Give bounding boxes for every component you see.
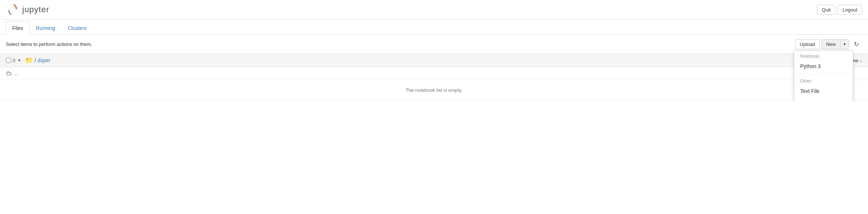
dropdown-item-textfile[interactable]: Text File (794, 85, 853, 97)
dropdown-item-python3[interactable]: Python 3 (794, 60, 853, 72)
toolbar-right: Upload New ↻ Notebook: Python 3 Other: T… (795, 39, 862, 50)
tab-files[interactable]: Files (6, 21, 30, 35)
dropdown-arrow-icon[interactable]: ▾ (18, 58, 20, 63)
new-dropdown-menu: Notebook: Python 3 Other: Text File Fold… (794, 50, 853, 101)
toolbar: Select items to perform actions on them.… (0, 35, 868, 54)
new-dropdown-caret-icon (844, 42, 846, 46)
item-count: 0 (13, 58, 15, 63)
new-btn-group: New (821, 39, 849, 49)
file-folder-icon: 🗀 (6, 70, 12, 77)
file-list-header: 0 ▾ 📁 / dsper Name (0, 54, 868, 67)
select-all-checkbox[interactable] (6, 58, 11, 63)
header-buttons: Quit Logout (817, 5, 862, 15)
jupyter-logo-icon (6, 3, 19, 16)
checkbox-area: 0 ▾ (6, 58, 20, 63)
path-area: 📁 / dsper (25, 56, 845, 64)
header: jupyter Quit Logout (0, 0, 868, 20)
new-caret-button[interactable] (840, 39, 849, 49)
logout-button[interactable]: Logout (838, 5, 862, 15)
file-row-parent[interactable]: 🗀 .. (0, 67, 868, 80)
current-folder-link[interactable]: dsper (37, 57, 50, 63)
upload-button[interactable]: Upload (795, 39, 820, 49)
empty-message: The notebook list is empty. (0, 80, 868, 101)
other-section-label: Other: (794, 76, 853, 85)
refresh-icon: ↻ (854, 41, 859, 47)
dropdown-item-folder[interactable]: Folder (794, 97, 853, 101)
quit-button[interactable]: Quit (817, 5, 835, 15)
app-title: jupyter (22, 5, 49, 14)
select-message: Select items to perform actions on them. (6, 41, 92, 47)
tabs-bar: Files Running Clusters (0, 21, 868, 35)
logo-area: jupyter (6, 3, 49, 16)
new-button[interactable]: New (821, 39, 840, 49)
dropdown-divider (794, 74, 853, 74)
tab-clusters[interactable]: Clusters (62, 21, 93, 35)
sort-desc-icon (860, 58, 862, 63)
file-name-parent: .. (15, 71, 17, 76)
refresh-button[interactable]: ↻ (851, 39, 862, 50)
path-separator: / (34, 57, 36, 63)
tab-running[interactable]: Running (30, 21, 62, 35)
folder-icon: 📁 (25, 56, 33, 64)
notebook-section-label: Notebook: (794, 51, 853, 60)
